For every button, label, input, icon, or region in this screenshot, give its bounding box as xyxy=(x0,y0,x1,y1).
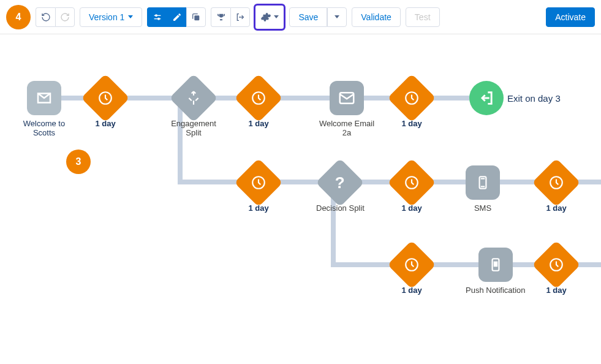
tools-group-2 xyxy=(211,7,250,27)
wait-icon xyxy=(532,158,580,207)
wait-icon xyxy=(81,74,129,122)
exit-criteria-button[interactable] xyxy=(230,7,250,27)
save-group: Save xyxy=(289,7,347,27)
settings-dropdown[interactable] xyxy=(255,5,284,29)
svg-rect-4 xyxy=(195,15,200,20)
node-wait-5[interactable]: 1 day xyxy=(395,165,429,213)
version-label: Version 1 xyxy=(89,12,124,22)
node-wait-8[interactable]: 1 day xyxy=(539,248,573,295)
redo-icon xyxy=(60,12,70,22)
exit-label: Exit on day 3 xyxy=(507,93,561,104)
node-wait-7[interactable]: 1 day xyxy=(395,248,429,295)
sliders-icon xyxy=(153,12,162,22)
svg-point-2 xyxy=(156,15,157,17)
trophy-icon xyxy=(216,12,226,22)
chevron-down-icon xyxy=(274,15,279,18)
save-button[interactable]: Save xyxy=(289,7,327,27)
exit-circle-icon xyxy=(469,81,504,115)
tools-group-1 xyxy=(147,7,206,27)
sms-icon xyxy=(466,165,500,200)
version-dropdown[interactable]: Version 1 xyxy=(80,7,142,27)
node-wait-6[interactable]: 1 day xyxy=(539,165,573,213)
history-group xyxy=(36,7,75,27)
activate-button[interactable]: Activate xyxy=(546,7,595,27)
filter-button[interactable] xyxy=(147,7,167,27)
node-welcome-scotts[interactable]: Welcome to Scotts xyxy=(13,81,75,137)
edit-button[interactable] xyxy=(167,7,186,27)
email-icon xyxy=(330,81,364,115)
node-exit[interactable] xyxy=(469,81,504,115)
chevron-down-icon xyxy=(335,15,339,18)
node-wait-2[interactable]: 1 day xyxy=(241,81,276,128)
node-wait-3[interactable]: 1 day xyxy=(395,81,429,128)
node-wait-1[interactable]: 1 day xyxy=(88,81,123,128)
node-push[interactable]: Push Notification xyxy=(466,248,526,295)
node-welcome-email-2a[interactable]: Welcome Email 2a xyxy=(316,81,377,137)
wait-icon xyxy=(387,240,436,289)
wait-icon xyxy=(387,74,436,122)
journey-canvas[interactable]: Welcome to Scotts 1 day Engagement Split… xyxy=(0,34,601,364)
test-button[interactable]: Test xyxy=(406,7,440,27)
redo-button[interactable] xyxy=(55,7,75,27)
pencil-icon xyxy=(172,12,182,22)
wait-icon xyxy=(387,158,436,207)
copy-icon xyxy=(191,12,201,22)
copy-button[interactable] xyxy=(186,7,206,27)
node-sms[interactable]: SMS xyxy=(466,165,500,213)
undo-icon xyxy=(41,12,51,22)
push-icon xyxy=(478,248,513,282)
wait-icon xyxy=(234,74,282,122)
exit-icon xyxy=(235,12,245,22)
node-wait-4[interactable]: 1 day xyxy=(241,165,276,213)
wait-icon xyxy=(532,240,580,289)
toolbar: 4 Version 1 xyxy=(0,0,601,34)
svg-rect-19 xyxy=(494,262,497,267)
svg-point-3 xyxy=(158,18,160,20)
gear-icon xyxy=(260,12,271,23)
chevron-down-icon xyxy=(128,15,133,18)
wait-icon xyxy=(234,158,282,207)
annotation-badge-3: 3 xyxy=(66,150,91,174)
undo-button[interactable] xyxy=(36,7,55,27)
validate-button[interactable]: Validate xyxy=(352,7,401,27)
engagement-split-icon xyxy=(169,74,217,122)
annotation-badge-4: 4 xyxy=(6,5,31,29)
goal-button[interactable] xyxy=(211,7,230,27)
email-entry-icon xyxy=(27,81,61,115)
save-dropdown[interactable] xyxy=(327,7,347,27)
node-decision-split[interactable]: ? Decision Split xyxy=(316,165,365,213)
decision-split-icon: ? xyxy=(316,158,365,207)
node-engagement-split[interactable]: Engagement Split xyxy=(163,81,224,137)
